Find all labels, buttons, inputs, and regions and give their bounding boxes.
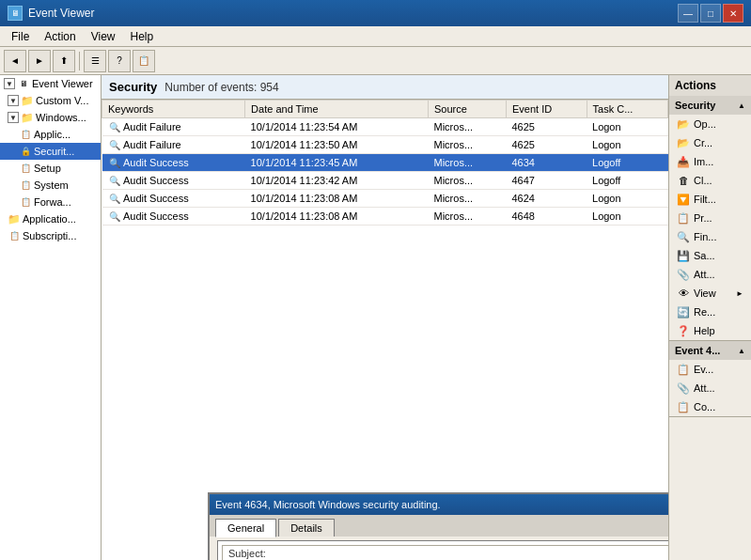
event-icon: 📋: [677, 363, 690, 376]
actions-section-header-security: Actions: [669, 75, 751, 96]
action-item-im[interactable]: 📥 Im...: [669, 152, 751, 171]
action-item-sa[interactable]: 💾 Sa...: [669, 246, 751, 265]
table-row[interactable]: 🔍 Audit Failure 10/1/2014 11:23:50 AM Mi…: [102, 136, 668, 154]
tree-item-setup[interactable]: 📋 Setup: [0, 160, 101, 177]
action-item-att2[interactable]: 📎 Att...: [669, 379, 751, 397]
chevron-up2-icon: ▲: [738, 347, 745, 355]
action-label-view: View: [694, 288, 716, 299]
panel-title: Security: [109, 80, 157, 94]
action-item-view[interactable]: 👁 View ►: [669, 284, 751, 303]
tab-details[interactable]: Details: [278, 519, 335, 537]
subject-label: Subject:: [228, 548, 266, 559]
tab-general[interactable]: General: [215, 519, 276, 537]
col-eventid[interactable]: Event ID: [507, 101, 587, 118]
tree-item-system[interactable]: 📋 System: [0, 177, 101, 194]
cell-eventid: 4647: [507, 172, 587, 190]
cell-eventid: 4625: [507, 118, 587, 136]
cell-keyword: 🔍 Audit Success: [102, 154, 245, 172]
menu-help[interactable]: Help: [123, 28, 162, 45]
cell-source: Micros...: [429, 118, 507, 136]
security-label: Security: [675, 100, 715, 111]
cell-source: Micros...: [429, 172, 507, 190]
table-row-selected[interactable]: 🔍 Audit Success 10/1/2014 11:23:45 AM Mi…: [102, 154, 668, 172]
save-icon: 💾: [677, 249, 690, 262]
left-panel: ▼ 🖥 Event Viewer ▼ 📁 Custom V... ▼ 📁 Win…: [0, 75, 102, 560]
find-icon: 🔍: [677, 230, 690, 243]
folder-open-icon: 📂: [677, 117, 690, 131]
menu-button[interactable]: ☰: [84, 50, 106, 72]
chevron-right-icon: ►: [736, 289, 743, 298]
actions-title: Actions: [675, 79, 716, 92]
actions-section-security: Actions Security ▲ 📂 Op... 📂 Cr... 📥 Im.…: [669, 75, 751, 341]
action-label-ev: Ev...: [694, 364, 713, 375]
table-row[interactable]: 🔍 Audit Success 10/1/2014 11:23:08 AM Mi…: [102, 208, 668, 226]
col-source[interactable]: Source: [429, 101, 507, 118]
tree-item-applications[interactable]: 📁 Applicatio...: [0, 210, 101, 227]
cell-keyword: 🔍 Audit Success: [102, 208, 245, 226]
back-button[interactable]: ◄: [4, 50, 26, 72]
help-toolbar-button[interactable]: ?: [108, 50, 131, 72]
cell-source: Micros...: [429, 208, 507, 226]
toolbar-separator-1: [79, 52, 80, 70]
setup-icon: 📋: [19, 162, 32, 175]
refresh-icon: 🔄: [677, 305, 690, 319]
action-item-co[interactable]: 📋 Co...: [669, 397, 751, 416]
action-label-im: Im...: [694, 156, 713, 167]
tree-item-event-viewer[interactable]: ▼ 🖥 Event Viewer: [0, 75, 101, 92]
action-item-cr[interactable]: 📂 Cr...: [669, 133, 751, 152]
col-task[interactable]: Task C...: [587, 101, 667, 118]
action-item-filt[interactable]: 🔽 Filt...: [669, 190, 751, 209]
action-item-re[interactable]: 🔄 Re...: [669, 303, 751, 321]
properties-button[interactable]: 📋: [133, 50, 155, 72]
window-controls[interactable]: — □ ✕: [678, 4, 743, 23]
action-item-op[interactable]: 📂 Op...: [669, 115, 751, 133]
action-label-re: Re...: [694, 306, 715, 318]
up-button[interactable]: ⬆: [53, 50, 75, 72]
tree-label-security: Securit...: [34, 146, 74, 157]
action-item-help[interactable]: ❓ Help: [669, 321, 751, 340]
cell-task: Logon: [587, 118, 667, 136]
close-button[interactable]: ✕: [723, 4, 743, 23]
tree-label-forwarded: Forwa...: [34, 196, 71, 208]
menu-action[interactable]: Action: [37, 28, 83, 45]
tree-item-custom-views[interactable]: ▼ 📁 Custom V...: [0, 92, 101, 109]
cell-datetime: 10/1/2014 11:23:50 AM: [245, 136, 429, 154]
action-item-ev[interactable]: 📋 Ev...: [669, 360, 751, 379]
table-row[interactable]: 🔍 Audit Success 10/1/2014 11:23:42 AM Mi…: [102, 172, 668, 190]
log-icon-app: 📋: [19, 128, 32, 141]
tree-label-windows: Windows...: [36, 112, 86, 123]
expand-icon[interactable]: ▼: [4, 78, 15, 89]
action-label-filt: Filt...: [694, 194, 716, 205]
tree-item-application[interactable]: 📋 Applic...: [0, 126, 101, 143]
minimize-button[interactable]: —: [678, 4, 698, 23]
forward-button[interactable]: ►: [28, 50, 51, 72]
tree-label-app: Applic...: [34, 129, 70, 140]
menu-file[interactable]: File: [4, 28, 37, 45]
expand-custom-icon[interactable]: ▼: [8, 95, 19, 106]
tree-item-security[interactable]: 🔒 Securit...: [0, 143, 101, 160]
col-keywords[interactable]: Keywords: [102, 101, 245, 118]
action-item-pr[interactable]: 📋 Pr...: [669, 209, 751, 227]
chevron-up-icon: ▲: [738, 101, 745, 110]
action-label-cl: Cl...: [694, 175, 712, 186]
tree-item-forwarded[interactable]: 📋 Forwa...: [0, 194, 101, 210]
col-datetime[interactable]: Date and Time: [245, 101, 429, 118]
center-panel: Security Number of events: 954 Keywords …: [102, 75, 668, 560]
table-row[interactable]: 🔍 Audit Success 10/1/2014 11:23:08 AM Mi…: [102, 190, 668, 208]
cell-eventid: 4648: [507, 208, 587, 226]
action-label-att2: Att...: [694, 382, 715, 394]
tree-item-subscriptions[interactable]: 📋 Subscripti...: [0, 227, 101, 244]
menu-view[interactable]: View: [84, 28, 123, 45]
system-icon: 📋: [19, 179, 32, 192]
table-row[interactable]: 🔍 Audit Failure 10/1/2014 11:23:54 AM Mi…: [102, 118, 668, 136]
maximize-button[interactable]: □: [700, 4, 721, 23]
action-item-cl[interactable]: 🗑 Cl...: [669, 171, 751, 190]
action-item-fin[interactable]: 🔍 Fin...: [669, 227, 751, 246]
view-icon: 👁: [677, 287, 690, 300]
action-item-att[interactable]: 📎 Att...: [669, 265, 751, 284]
cell-datetime: 10/1/2014 11:23:42 AM: [245, 172, 429, 190]
tree-item-windows-logs[interactable]: ▼ 📁 Windows...: [0, 109, 101, 126]
expand-windows-icon[interactable]: ▼: [8, 112, 19, 123]
action-label-sa: Sa...: [694, 250, 715, 261]
failure-icon: 🔍: [108, 138, 121, 151]
